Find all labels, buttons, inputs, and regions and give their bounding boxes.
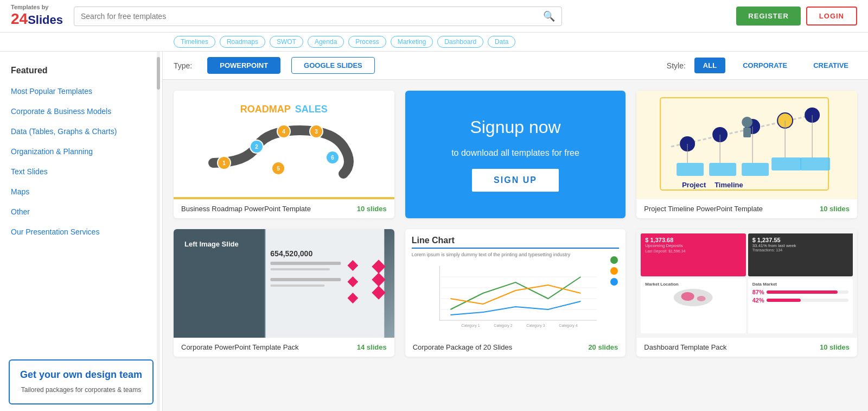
login-button[interactable]: LOGIN — [806, 7, 857, 26]
linechart-title: Line Chart — [412, 236, 620, 249]
logo-by-text: Templates by — [11, 4, 63, 10]
template-info: Dashboard Template Pack 10 slides — [636, 338, 857, 357]
timeline-thumb: Project Timeline — [636, 91, 857, 199]
linechart-thumb: Line Chart Lorem ipsum is simply dummy t… — [405, 229, 626, 338]
template-info: Business Roadmap PowerPoint Template 10 … — [174, 199, 394, 218]
template-card-2[interactable]: Project Timeline Project Timeline PowerP… — [636, 91, 857, 218]
sidebar-item-text-slides[interactable]: Text Slides — [11, 162, 151, 182]
svg-point-28 — [742, 117, 752, 128]
all-style-button[interactable]: ALL — [694, 58, 725, 73]
linechart-sub: Lorem ipsum is simply dummy text of the … — [412, 252, 620, 257]
sidebar-item-other[interactable]: Other — [11, 202, 151, 222]
filter-tag-timelines[interactable]: Timelines — [174, 36, 215, 48]
template-info: Corporate Package of 20 Slides 20 slides — [405, 338, 626, 357]
filter-tag-roadmaps[interactable]: Roadmaps — [220, 36, 265, 48]
sidebar-item-most-popular-templates[interactable]: Most Popular Templates — [11, 81, 151, 102]
svg-text:3: 3 — [315, 129, 318, 135]
logo-wrap: Templates by 24Slides — [11, 4, 63, 28]
template-slides: 10 slides — [820, 343, 850, 351]
dash-card-4: Data Market 87% 42% — [748, 279, 853, 334]
map-svg — [645, 287, 741, 308]
template-card-0[interactable]: ROADMAP SALES 1 2 4 3 5 — [174, 91, 394, 218]
signup-sub: to download all templates for free — [451, 148, 579, 158]
search-icon[interactable]: 🔍 — [543, 10, 555, 22]
svg-rect-24 — [709, 163, 736, 176]
corporate-style-button[interactable]: CORPORATE — [734, 58, 796, 73]
header: Templates by 24Slides 🔍 REGISTER LOGIN — [0, 0, 868, 33]
roadmap-thumb: ROADMAP SALES 1 2 4 3 5 — [174, 91, 394, 199]
signup-button[interactable]: SIGN UP — [472, 169, 559, 192]
dash-card-1: $ 1,373.68 Upcoming Deposits Last Deposi… — [641, 233, 745, 276]
svg-text:Category 4: Category 4 — [559, 324, 577, 328]
svg-text:654,520,000: 654,520,000 — [270, 249, 312, 258]
sidebar-item-maps[interactable]: Maps — [11, 182, 151, 202]
svg-text:Category 3: Category 3 — [526, 324, 545, 328]
header-buttons: REGISTER LOGIN — [736, 7, 857, 26]
sidebar-item-corporate-business-models[interactable]: Corporate & Business Models — [11, 102, 151, 122]
timeline-inner: Project Timeline — [642, 91, 852, 199]
promo-subtitle: Tailored packages for corporates & teams — [18, 385, 144, 395]
dash-card-3: Market Location — [641, 279, 745, 334]
filter-tag-process[interactable]: Process — [348, 36, 386, 48]
roadmap-inner: ROADMAP SALES 1 2 4 3 5 — [184, 98, 383, 192]
svg-text:2: 2 — [256, 144, 259, 150]
template-name: Business Roadmap PowerPoint Template — [181, 205, 311, 213]
svg-text:6: 6 — [331, 155, 335, 161]
logo-main: 24Slides — [11, 10, 63, 28]
filter-tag-data[interactable]: Data — [488, 36, 515, 48]
svg-rect-40 — [270, 268, 330, 270]
roadmap-word2: SALES — [295, 104, 328, 115]
svg-rect-29 — [743, 128, 751, 137]
template-name: Corporate PowerPoint Template Pack — [181, 343, 299, 351]
dashboard-thumb: $ 1,373.68 Upcoming Deposits Last Deposi… — [636, 229, 857, 338]
template-card-3[interactable]: Left Image Slide 654,520,000 — [174, 229, 394, 357]
svg-text:5: 5 — [277, 166, 280, 172]
template-grid: ROADMAP SALES 1 2 4 3 5 — [163, 80, 868, 368]
svg-text:Timeline: Timeline — [714, 181, 743, 189]
style-section: Style: ALL CORPORATE CREATIVE — [667, 58, 857, 73]
sidebar-item-organization-planning[interactable]: Organization & Planning — [11, 142, 151, 162]
sidebar-scroll-thumb — [157, 57, 160, 90]
powerpoint-button[interactable]: POWERPOINT — [207, 57, 280, 74]
sidebar-item-data-tables-graphs-charts-[interactable]: Data (Tables, Graphs & Charts) — [11, 122, 151, 142]
sidebar-scrollbar[interactable] — [157, 52, 160, 411]
creative-style-button[interactable]: CREATIVE — [805, 58, 857, 73]
svg-rect-39 — [270, 262, 341, 265]
template-slides: 20 slides — [588, 343, 618, 351]
sidebar-item-featured[interactable]: Featured — [11, 60, 151, 81]
filter-tag-dashboard[interactable]: Dashboard — [437, 36, 483, 48]
corp-thumb: Left Image Slide 654,520,000 — [174, 229, 394, 338]
filter-tag-agenda[interactable]: Agenda — [308, 36, 344, 48]
signup-title: Signup now — [470, 117, 560, 137]
svg-point-55 — [697, 296, 706, 301]
roadmap-word1: ROADMAP — [240, 104, 291, 115]
filter-tag-swot[interactable]: SWOT — [270, 36, 303, 48]
template-info: Corporate PowerPoint Template Pack 14 sl… — [174, 338, 394, 357]
svg-text:Category 1: Category 1 — [461, 324, 480, 328]
svg-text:1: 1 — [223, 160, 226, 166]
logo-slides: Slides — [28, 13, 63, 27]
svg-text:Category 2: Category 2 — [494, 324, 512, 328]
corp-diamonds — [374, 262, 384, 298]
svg-text:Project: Project — [682, 181, 706, 189]
sidebar-item-our-presentation-services[interactable]: Our Presentation Services — [11, 222, 151, 242]
template-name: Corporate Package of 20 Slides — [413, 343, 513, 351]
dash-pct-42: 42% — [752, 297, 848, 303]
filter-tag-marketing[interactable]: Marketing — [391, 36, 433, 48]
google-slides-button[interactable]: GOOGLE SLIDES — [291, 57, 375, 74]
template-card-1[interactable]: Signup now to download all templates for… — [405, 91, 626, 218]
linechart-icons — [610, 256, 618, 286]
search-input[interactable] — [81, 12, 543, 21]
svg-rect-25 — [742, 163, 769, 176]
sidebar: FeaturedMost Popular TemplatesCorporate … — [0, 52, 163, 411]
register-button[interactable]: REGISTER — [736, 7, 800, 26]
dash-card-2: $ 1,237.55 33.41% from last week Transac… — [748, 233, 853, 276]
svg-rect-41 — [270, 278, 341, 281]
style-label: Style: — [667, 61, 686, 70]
type-style-bar: Type: POWERPOINT GOOGLE SLIDES Style: AL… — [163, 52, 868, 80]
dash-pct-87: 87% — [752, 289, 848, 295]
type-label: Type: — [174, 61, 192, 70]
roadmap-bottom-bar — [174, 197, 394, 199]
template-card-4[interactable]: Line Chart Lorem ipsum is simply dummy t… — [405, 229, 626, 357]
template-card-5[interactable]: $ 1,373.68 Upcoming Deposits Last Deposi… — [636, 229, 857, 357]
